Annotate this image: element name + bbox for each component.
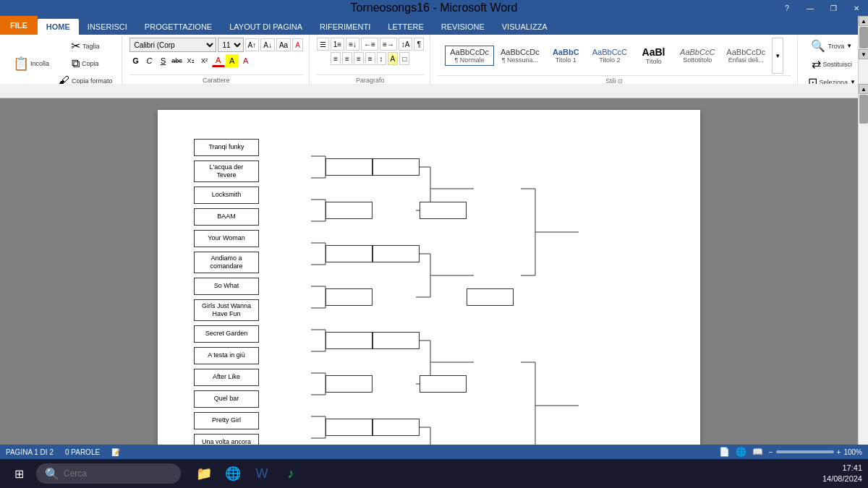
- styles-expand-button[interactable]: ▼: [772, 38, 783, 74]
- zoom-out-button[interactable]: −: [769, 448, 773, 456]
- tab-home[interactable]: HOME: [38, 19, 79, 35]
- help-button[interactable]: ?: [775, 0, 799, 16]
- carattere-label: Carattere: [129, 74, 303, 84]
- doc-scroll-thumb[interactable]: [859, 95, 868, 124]
- show-marks-button[interactable]: ¶: [414, 38, 423, 51]
- replace-icon: ⇄: [812, 57, 821, 71]
- tab-riferimenti[interactable]: RIFERIMENTI: [311, 19, 379, 35]
- bracket-entry-2: L'acqua derTevere: [194, 160, 664, 182]
- align-left-button[interactable]: ≡: [331, 52, 341, 65]
- status-right: 📄 🌐 📖 − + 100%: [719, 447, 862, 457]
- tab-progettazione[interactable]: PROGETTAZIONE: [136, 19, 221, 35]
- increase-font-button[interactable]: A↑: [245, 38, 260, 51]
- chrome-icon: 🌐: [225, 466, 241, 481]
- restore-button[interactable]: ❐: [822, 0, 845, 16]
- titlebar-title: Torneosongs16 - Microsoft Word: [351, 1, 518, 14]
- change-case-button[interactable]: Aa: [276, 38, 291, 51]
- trova-dropdown-icon[interactable]: ▼: [846, 43, 852, 49]
- decrease-indent-button[interactable]: ←≡: [361, 38, 378, 51]
- r2-box-4: [326, 288, 373, 306]
- document-scroll[interactable]: Tranqi funky L'acqua derTevere Locksmith…: [0, 98, 858, 459]
- sostituisci-button[interactable]: ⇄ Sostituisci: [809, 56, 856, 72]
- border-button[interactable]: □: [399, 52, 409, 65]
- font-size-select[interactable]: 11: [218, 38, 244, 52]
- justify-button[interactable]: ≡: [365, 52, 375, 65]
- view-web-icon[interactable]: 🌐: [736, 447, 746, 457]
- shading-button[interactable]: A: [388, 52, 399, 65]
- style-titolo1[interactable]: AaBbC Titolo 1: [546, 46, 586, 66]
- style-titolo[interactable]: AaBl Titolo: [634, 44, 673, 67]
- clock-date: 14/08/2024: [822, 474, 862, 484]
- taglia-button[interactable]: ✂ Taglia: [55, 38, 116, 54]
- zoom-in-button[interactable]: +: [837, 448, 841, 456]
- close-button[interactable]: ✕: [845, 0, 868, 16]
- minimize-button[interactable]: —: [799, 0, 822, 16]
- chrome-button[interactable]: 🌐: [220, 461, 246, 487]
- italic-button[interactable]: C: [143, 54, 156, 67]
- file-explorer-button[interactable]: 📁: [191, 461, 217, 487]
- page-count: PAGINA 1 DI 2: [6, 448, 54, 456]
- group-stili: AaBbCcDc ¶ Normale AaBbCcDc ¶ Nessuna...…: [432, 36, 798, 85]
- increase-indent-button[interactable]: ≡→: [380, 38, 397, 51]
- group-paragrafo: ☰ 1≡ ≡↓ ←≡ ≡→ ↕A ¶ ≡ ≡ ≡ ≡ ↕ A □: [311, 36, 430, 85]
- superscript-button[interactable]: X²: [198, 54, 211, 67]
- word-count: 0 PAROLE: [65, 448, 100, 456]
- align-right-button[interactable]: ≡: [354, 52, 364, 65]
- subscript-button[interactable]: X₂: [184, 54, 197, 67]
- search-icon: 🔍: [45, 467, 59, 481]
- decrease-font-button[interactable]: A↓: [260, 38, 275, 51]
- doc-scroll-up[interactable]: ▲: [859, 84, 868, 94]
- copia-button[interactable]: ⧉ Copia: [55, 56, 116, 72]
- bracket-entry-9: Secret Garden: [194, 325, 664, 343]
- style-nessuna[interactable]: AaBbCcDc ¶ Nessuna...: [495, 46, 545, 66]
- clock-time: 17:41: [822, 463, 862, 474]
- scroll-thumb[interactable]: [859, 27, 868, 48]
- tab-file[interactable]: FILE: [0, 16, 38, 35]
- bullets-button[interactable]: ☰: [317, 38, 329, 51]
- trova-button[interactable]: 🔍 Trova ▼: [808, 38, 855, 54]
- spell-check-icon[interactable]: 📝: [111, 448, 120, 456]
- doc-vertical-scrollbar[interactable]: ▲: [858, 84, 868, 445]
- paragrafo-label: Paragrafo: [317, 74, 424, 84]
- numbering-button[interactable]: 1≡: [331, 38, 344, 51]
- underline-button[interactable]: S: [157, 54, 170, 67]
- incolla-button[interactable]: 📋 Incolla: [9, 54, 54, 73]
- line-spacing-button[interactable]: ↕: [377, 52, 386, 65]
- clear-format-button[interactable]: A: [292, 38, 303, 51]
- style-titolo2[interactable]: AaBbCcC Titolo 2: [587, 46, 632, 66]
- text-color-button[interactable]: A: [212, 54, 225, 67]
- tab-revisione[interactable]: REVISIONE: [433, 19, 493, 35]
- tab-visualizza[interactable]: VISUALIZZA: [493, 19, 556, 35]
- seed-1: Tranqi funky: [194, 139, 259, 156]
- spotify-icon: ♪: [288, 466, 294, 481]
- vertical-scrollbar[interactable]: ▲ ▼: [858, 16, 868, 84]
- bold-button[interactable]: G: [129, 54, 142, 67]
- style-sottotitolo[interactable]: AaBbCcC Sottotitolo: [675, 46, 720, 66]
- word-button[interactable]: W: [249, 461, 275, 487]
- highlight-button[interactable]: A: [226, 54, 239, 67]
- multilevel-button[interactable]: ≡↓: [346, 38, 359, 51]
- align-center-button[interactable]: ≡: [342, 52, 352, 65]
- spotify-button[interactable]: ♪: [278, 461, 304, 487]
- taskbar-search-input[interactable]: [64, 468, 172, 479]
- view-read-icon[interactable]: 📖: [752, 447, 763, 457]
- scroll-up-button[interactable]: ▲: [859, 16, 868, 26]
- sort-button[interactable]: ↕A: [399, 38, 413, 51]
- font-row-2: G C S abc X₂ X² A A A: [129, 54, 252, 67]
- style-enfasi[interactable]: AaBbCcDc Enfasi deli...: [721, 46, 770, 66]
- zoom-slider[interactable]: [776, 450, 834, 453]
- r3-box-2: [373, 245, 420, 262]
- style-normale[interactable]: AaBbCcDc ¶ Normale: [445, 46, 494, 66]
- paste-icon: 📋: [13, 57, 29, 70]
- scroll-down-button[interactable]: ▼: [859, 49, 868, 59]
- tab-inserisci[interactable]: INSERISCI: [79, 19, 136, 35]
- strikethrough-button[interactable]: abc: [171, 54, 184, 67]
- view-print-icon[interactable]: 📄: [719, 447, 730, 457]
- taskbar-search-box[interactable]: 🔍: [36, 463, 181, 484]
- tab-lettere[interactable]: LETTERE: [379, 19, 433, 35]
- seed-4: BAAM: [194, 208, 259, 226]
- font-color-button[interactable]: A: [239, 54, 252, 67]
- font-family-select[interactable]: Calibri (Corp: [129, 38, 216, 52]
- start-button[interactable]: ⊞: [6, 461, 32, 487]
- tab-layout[interactable]: LAYOUT DI PAGINA: [221, 19, 311, 35]
